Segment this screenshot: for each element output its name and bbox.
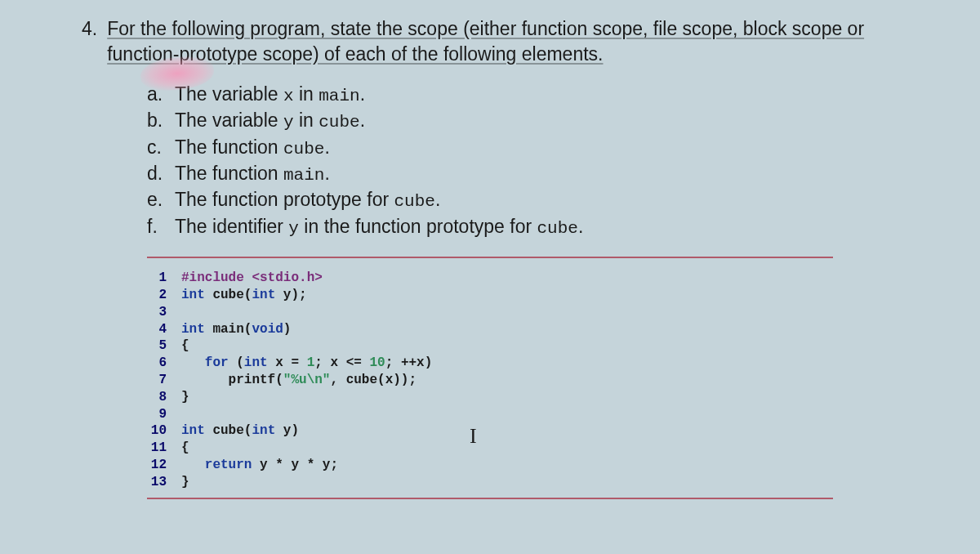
- code-token: cube: [394, 192, 435, 211]
- code-line-3: 3: [147, 304, 833, 321]
- code-token: x: [283, 87, 294, 105]
- line-number: 2: [147, 287, 181, 304]
- subitem-letter: c.: [147, 135, 165, 161]
- code-token: y: [288, 219, 299, 238]
- subitem-text: The identifier y in the function prototy…: [175, 214, 583, 240]
- subitem-e: e. The function prototype for cube.: [147, 187, 898, 213]
- line-number: 10: [147, 422, 181, 440]
- code-token: cube: [537, 219, 577, 238]
- code-line-10: 10int cube(int y): [147, 422, 833, 440]
- subitem-text: The variable x in main.: [175, 82, 365, 108]
- subitem-f: f. The identifier y in the function prot…: [147, 214, 898, 240]
- code-token: cube: [283, 140, 324, 159]
- code-line-13: 13}: [147, 474, 833, 491]
- line-number: 5: [147, 337, 181, 355]
- subitem-letter: f.: [147, 214, 165, 240]
- subitem-letter: e.: [147, 187, 165, 213]
- subitem-text: The function main.: [175, 161, 330, 187]
- code-line-8: 8}: [147, 389, 833, 406]
- subitem-text: The function prototype for cube.: [175, 187, 440, 213]
- line-number: 3: [147, 304, 181, 321]
- macro-token: #include <stdio.h>: [181, 270, 323, 287]
- subitem-a: a. The variable x in main.: [147, 82, 898, 108]
- subitem-b: b. The variable y in cube.: [147, 108, 898, 134]
- sub-question-list: a. The variable x in main. b. The variab…: [147, 82, 898, 240]
- code-line-6: 6 for (int x = 1; x <= 10; ++x): [147, 355, 833, 372]
- line-number: 8: [147, 389, 181, 406]
- code-token: main: [283, 166, 324, 185]
- code-token: cube: [318, 113, 359, 132]
- subitem-text: The variable y in cube.: [175, 108, 365, 134]
- line-number: 6: [147, 355, 181, 372]
- line-number: 11: [147, 440, 181, 457]
- code-token: main: [318, 87, 359, 105]
- code-line-1: 1#include <stdio.h>: [147, 270, 833, 287]
- line-number: 13: [147, 474, 181, 491]
- code-line-12: 12 return y * y * y;: [147, 457, 833, 474]
- question-number: 4.: [82, 16, 97, 67]
- code-listing: 1#include <stdio.h> 2int cube(int y); 3 …: [147, 257, 833, 498]
- code-line-5: 5{: [147, 337, 833, 355]
- line-number: 9: [147, 406, 181, 423]
- code-line-2: 2int cube(int y);: [147, 287, 833, 304]
- code-line-11: 11{: [147, 440, 833, 457]
- subitem-c: c. The function cube.: [147, 135, 898, 161]
- subitem-d: d. The function main.: [147, 161, 898, 187]
- line-number: 4: [147, 321, 181, 338]
- code-line-9: 9: [147, 406, 833, 423]
- subitem-letter: b.: [147, 108, 165, 134]
- subitem-letter: d.: [147, 161, 165, 187]
- question-text: For the following program, state the sco…: [107, 16, 898, 67]
- code-line-4: 4int main(void): [147, 321, 833, 338]
- line-number: 7: [147, 372, 181, 389]
- code-token: y: [283, 113, 294, 132]
- line-number: 12: [147, 457, 181, 474]
- code-line-7: 7 printf("%u\n", cube(x));: [147, 372, 833, 389]
- line-number: 1: [147, 270, 181, 287]
- subitem-text: The function cube.: [175, 135, 330, 161]
